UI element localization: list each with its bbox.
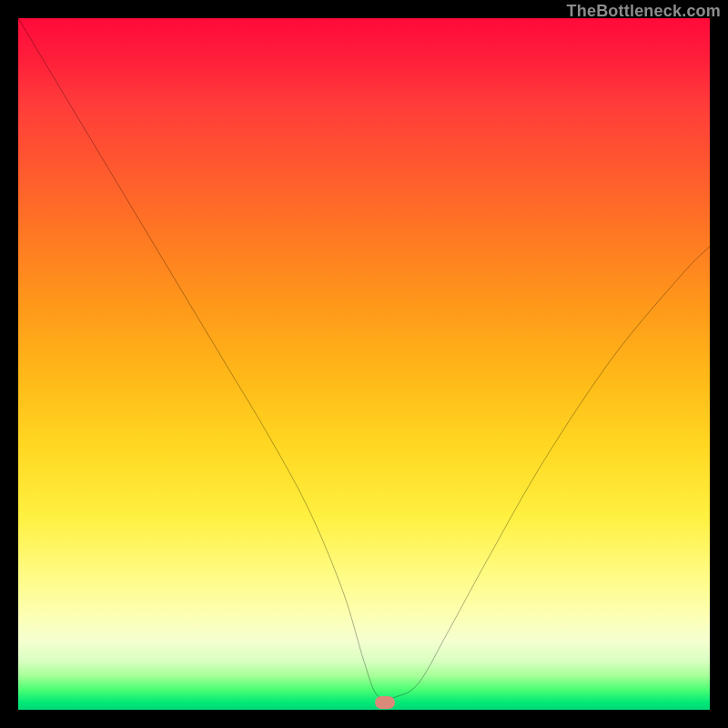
chart-plot-area bbox=[18, 18, 710, 710]
bottleneck-curve bbox=[18, 18, 710, 710]
curve-line bbox=[18, 18, 710, 699]
chart-frame: TheBottleneck.com bbox=[0, 0, 728, 728]
watermark-text: TheBottleneck.com bbox=[567, 2, 721, 21]
optimum-marker bbox=[375, 696, 395, 709]
